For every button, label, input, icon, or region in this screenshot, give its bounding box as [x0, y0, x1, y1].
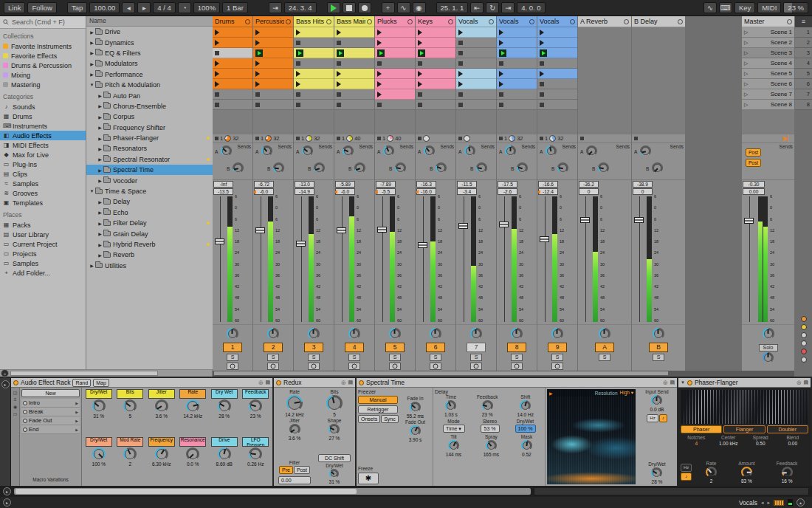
freeze-button[interactable]: ✱: [358, 473, 379, 484]
tree-item-grain-delay[interactable]: ▶Grain Delay: [86, 228, 213, 238]
arm-button[interactable]: [470, 363, 482, 370]
computer-midi-keyboard-button[interactable]: ⌨: [719, 2, 732, 13]
clip-slot[interactable]: [213, 89, 252, 100]
chevron-right-icon[interactable]: ▶: [89, 50, 95, 55]
arm-button[interactable]: [389, 363, 401, 370]
chevron-right-icon[interactable]: ▶: [97, 199, 103, 205]
delay-drywet-field[interactable]: 100 %: [515, 425, 536, 433]
key-map-button[interactable]: Key: [734, 2, 755, 13]
pan-knob[interactable]: [389, 328, 401, 340]
clip-slot[interactable]: [537, 79, 577, 89]
metronome-button[interactable]: ◔: [178, 2, 191, 13]
solo-button[interactable]: Solo: [759, 344, 778, 351]
clip-slot[interactable]: [537, 38, 577, 48]
volume-fader-handle[interactable]: [377, 227, 387, 233]
sidebar-item-projects[interactable]: ▭Projects: [0, 249, 86, 258]
track-header[interactable]: Master: [742, 16, 794, 27]
chain-activator-icon[interactable]: [23, 419, 27, 423]
arm-button[interactable]: [348, 363, 360, 370]
tab-phaser[interactable]: Phaser: [681, 425, 722, 433]
clip-slot[interactable]: [416, 38, 455, 48]
hot-swap-icon[interactable]: ◎: [341, 380, 345, 385]
scene-play-icon[interactable]: ▷: [744, 50, 748, 56]
tree-item-spectral-time[interactable]: ▶Spectral Time: [86, 165, 213, 175]
retrigger-button[interactable]: Retrigger: [358, 405, 398, 413]
nudge-up-button[interactable]: ▸: [137, 2, 151, 13]
track-stop-icon[interactable]: [215, 137, 219, 140]
macro-knob-12[interactable]: [249, 447, 262, 461]
clip-slot[interactable]: [334, 100, 374, 110]
clip-slot[interactable]: [375, 79, 415, 89]
tree-item-utilities[interactable]: ▶Utilities: [86, 261, 213, 271]
scene-number[interactable]: 4: [795, 58, 812, 69]
clip-slot[interactable]: [416, 58, 455, 69]
arrangement-position-field[interactable]: 24. 3. 4: [284, 2, 317, 13]
browser-collapse-icon[interactable]: «: [1, 369, 9, 377]
clip-slot[interactable]: [334, 38, 374, 48]
phaser-feedback-knob[interactable]: [782, 467, 793, 478]
send-b-knob[interactable]: [233, 162, 244, 174]
mixer-section-toggle-icon[interactable]: [795, 355, 812, 363]
tree-item-dynamics[interactable]: ▶Dynamics: [86, 37, 213, 47]
macro-knob-5[interactable]: [218, 399, 231, 413]
solo-button[interactable]: S: [389, 354, 401, 361]
send-b-knob[interactable]: [598, 162, 609, 174]
mode-select[interactable]: Time ▾: [443, 425, 465, 433]
clip-slot[interactable]: [334, 89, 374, 100]
track-activator-button[interactable]: 9: [548, 343, 567, 352]
send-b-knob[interactable]: [476, 162, 487, 174]
clip-slot[interactable]: [334, 48, 374, 58]
sidebar-item-instruments[interactable]: ⌨Instruments: [0, 121, 86, 131]
scene-play-icon[interactable]: ▷: [744, 92, 748, 97]
track-header[interactable]: Vocals: [497, 16, 537, 27]
scene-play-icon[interactable]: ▷: [744, 71, 748, 77]
clip-slot[interactable]: [294, 100, 334, 110]
chevron-right-icon[interactable]: ▶: [97, 103, 103, 109]
track-activator-button[interactable]: 3: [304, 343, 323, 352]
midi-map-button[interactable]: MIDI: [757, 2, 781, 13]
tree-item-auto-pan[interactable]: ▶Auto Pan: [86, 90, 213, 100]
dc-shift-button[interactable]: DC Shift: [318, 454, 351, 462]
track-activator-button[interactable]: 8: [507, 343, 526, 352]
sidebar-item-midi-effects[interactable]: ◨MIDI Effects: [0, 140, 86, 150]
sidebar-item-add-folder-[interactable]: +Add Folder...: [0, 268, 86, 278]
map-button[interactable]: Map: [93, 379, 109, 387]
filter-post-button[interactable]: Post: [294, 466, 310, 474]
volume-fader-handle[interactable]: [744, 218, 754, 224]
clip-slot[interactable]: [334, 27, 374, 38]
volume-value-box[interactable]: -5.5: [376, 188, 396, 195]
track-activator-button[interactable]: 2: [264, 343, 283, 352]
solo-button[interactable]: S: [267, 354, 279, 361]
sidebar-item-grooves[interactable]: ≋Grooves: [0, 188, 86, 198]
track-header[interactable]: Keys: [416, 16, 455, 27]
follow-arrow-button[interactable]: ⇥: [269, 2, 282, 13]
stop-all-clips-button[interactable]: ▶▏: [783, 135, 792, 142]
clip-slot[interactable]: [497, 58, 537, 69]
pan-knob[interactable]: [763, 328, 774, 340]
clip-slot[interactable]: [375, 58, 415, 69]
stop-button[interactable]: [343, 2, 356, 13]
clip-slot[interactable]: [334, 69, 374, 79]
clip-slot[interactable]: [253, 79, 293, 89]
fader-lane[interactable]: [376, 196, 388, 322]
volume-fader-handle[interactable]: [458, 223, 468, 229]
pan-knob[interactable]: [430, 328, 441, 340]
fader-lane[interactable]: [633, 196, 644, 322]
clip-slot[interactable]: [456, 89, 496, 100]
volume-value-box[interactable]: -13.5: [213, 188, 233, 195]
scene-play-icon[interactable]: ▷: [744, 61, 748, 66]
shape-knob[interactable]: [328, 424, 340, 435]
sidebar-item-templates[interactable]: ▣Templates: [0, 198, 86, 207]
chevron-right-icon[interactable]: ▶: [97, 231, 103, 236]
volume-value-box[interactable]: -2.6: [498, 188, 517, 195]
macro-knob-11[interactable]: [218, 447, 231, 461]
track-activator-button[interactable]: 1: [223, 343, 242, 352]
fader-lane[interactable]: [458, 196, 469, 322]
volume-fader-handle[interactable]: [540, 236, 549, 242]
volume-value-box[interactable]: -16.0: [416, 188, 436, 195]
pan-knob[interactable]: [511, 328, 523, 340]
track-stop-icon[interactable]: [580, 137, 584, 140]
peak-level-box[interactable]: -13.0: [295, 181, 314, 188]
scene-slot[interactable]: ▷Scene 6: [742, 79, 794, 89]
sidebar-item-collection[interactable]: Drums & Percussion: [0, 61, 86, 70]
